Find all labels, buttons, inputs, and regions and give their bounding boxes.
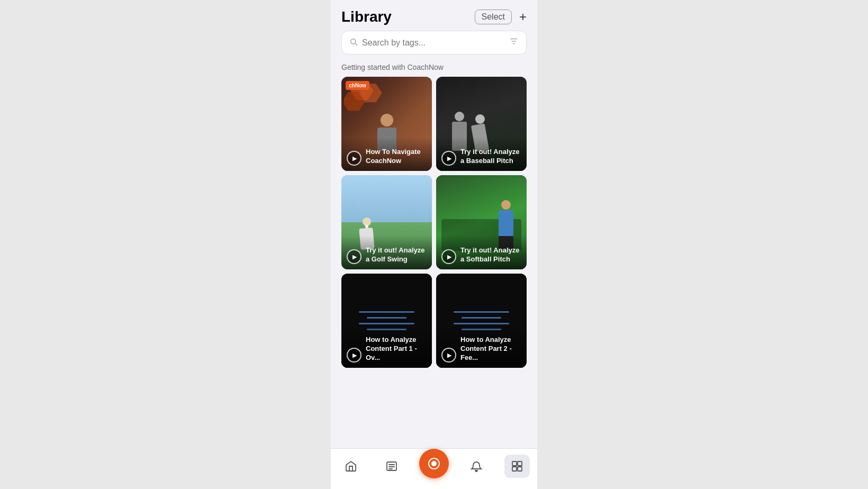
nav-home-button[interactable]	[338, 455, 364, 478]
svg-line-1	[355, 43, 357, 46]
filter-icon[interactable]	[509, 37, 519, 49]
nav-center-button[interactable]	[419, 449, 449, 478]
header: Library Select +	[331, 0, 537, 31]
video-title: How to Analyze Content Part 2 - Fee...	[460, 336, 521, 363]
screen-line	[359, 323, 415, 324]
play-button[interactable]: ▶	[441, 348, 456, 363]
header-actions: Select +	[475, 10, 527, 24]
search-input[interactable]	[362, 38, 505, 48]
library-icon	[511, 460, 523, 473]
video-overlay: ▶ Try it out! Analyze a Softball Pitch	[436, 236, 527, 269]
svg-rect-15	[518, 461, 522, 466]
video-title: Try it out! Analyze a Baseball Pitch	[460, 148, 521, 166]
page-title: Library	[341, 8, 392, 25]
screen-line	[454, 323, 510, 324]
bottom-nav	[331, 448, 537, 489]
svg-rect-17	[518, 467, 522, 471]
coachnow-center-icon	[427, 456, 441, 471]
play-icon: ▶	[352, 155, 357, 162]
video-overlay: ▶ How To Navigate CoachNow	[341, 137, 432, 171]
video-overlay: ▶ How to Analyze Content Part 1 - Ov...	[341, 325, 432, 368]
svg-rect-16	[512, 467, 517, 471]
svg-point-13	[431, 461, 437, 466]
video-card[interactable]: ▶ Try it out! Analyze a Baseball Pitch	[436, 77, 527, 171]
phone-container: Library Select + Getting started with Co…	[331, 0, 537, 489]
screen-line	[367, 317, 407, 319]
play-button[interactable]: ▶	[347, 151, 361, 166]
play-button[interactable]: ▶	[441, 249, 456, 264]
video-card[interactable]: chNow ▶ How To Navigate CoachNow	[341, 77, 432, 171]
video-title: How to Analyze Content Part 1 - Ov...	[366, 336, 427, 363]
nav-bell-button[interactable]	[464, 455, 489, 478]
play-icon: ▶	[352, 352, 357, 359]
coachnow-logo: chNow	[346, 81, 369, 90]
select-button[interactable]: Select	[475, 10, 512, 24]
search-icon	[349, 38, 358, 48]
list-icon	[385, 460, 398, 473]
video-overlay: ▶ Try it out! Analyze a Golf Swing	[341, 236, 432, 269]
play-icon: ▶	[447, 352, 451, 359]
video-card[interactable]: ▶ How to Analyze Content Part 1 - Ov...	[341, 274, 432, 368]
video-grid: chNow ▶ How To Navigate CoachNow	[341, 77, 527, 378]
video-card[interactable]: ▶ Try it out! Analyze a Softball Pitch	[436, 175, 527, 269]
play-button[interactable]: ▶	[441, 151, 456, 166]
video-title: Try it out! Analyze a Softball Pitch	[460, 246, 521, 264]
add-button[interactable]: +	[519, 10, 527, 24]
bell-icon	[470, 460, 483, 473]
video-title: How To Navigate CoachNow	[366, 148, 427, 166]
play-button[interactable]: ▶	[347, 249, 361, 264]
play-button[interactable]: ▶	[347, 348, 361, 363]
nav-list-button[interactable]	[379, 455, 404, 478]
play-icon: ▶	[352, 253, 357, 260]
screen-line	[359, 311, 415, 313]
play-icon: ▶	[447, 253, 451, 260]
play-icon: ▶	[447, 155, 451, 162]
home-icon	[345, 460, 357, 473]
screen-line	[454, 311, 510, 313]
video-title: Try it out! Analyze a Golf Swing	[366, 246, 427, 264]
search-bar	[341, 31, 527, 55]
screen-line	[462, 317, 502, 319]
video-overlay: ▶ How to Analyze Content Part 2 - Fee...	[436, 325, 527, 368]
video-overlay: ▶ Try it out! Analyze a Baseball Pitch	[436, 137, 527, 171]
video-card[interactable]: ▶ Try it out! Analyze a Golf Swing	[341, 175, 432, 269]
grid-content: chNow ▶ How To Navigate CoachNow	[331, 77, 537, 448]
svg-rect-14	[512, 461, 517, 466]
section-label: Getting started with CoachNow	[331, 61, 537, 77]
video-card[interactable]: ▶ How to Analyze Content Part 2 - Fee...	[436, 274, 527, 368]
nav-library-button[interactable]	[504, 455, 530, 478]
